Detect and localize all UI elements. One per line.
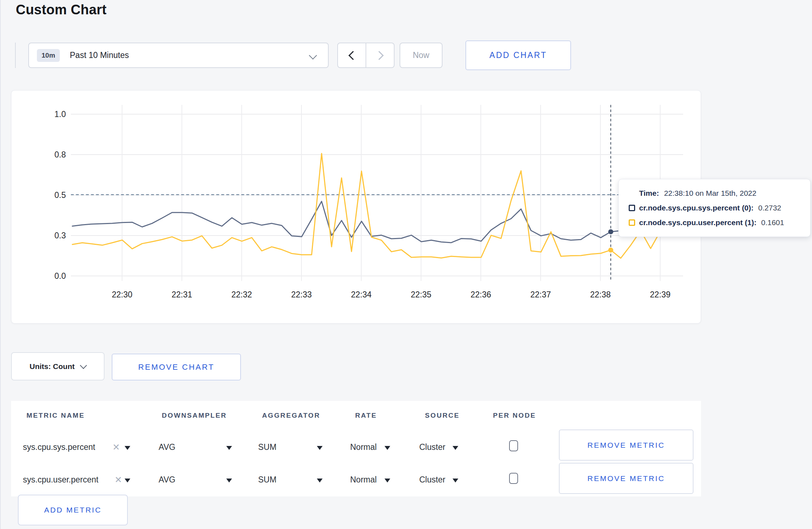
units-select[interactable]: Units: Count: [11, 352, 105, 380]
rate-select[interactable]: Normal: [350, 475, 377, 485]
tooltip-time-row: Time: 22:38:10 on Mar 15th, 2022: [629, 189, 810, 198]
aggregator-caret-icon[interactable]: [317, 479, 323, 482]
tooltip-sys-label: cr.node.sys.cpu.sys.percent (0):: [639, 204, 754, 212]
tooltip-series-row-sys: cr.node.sys.cpu.sys.percent (0): 0.2732: [629, 204, 810, 212]
units-select-label: Units: Count: [30, 362, 75, 371]
source-select[interactable]: Cluster: [419, 475, 445, 485]
svg-text:22:37: 22:37: [530, 290, 551, 299]
remove-metric-button[interactable]: REMOVE METRIC: [559, 463, 693, 494]
chart-tooltip: Time: 22:38:10 on Mar 15th, 2022 cr.node…: [618, 179, 811, 237]
metric-caret-icon[interactable]: [125, 479, 130, 482]
tooltip-user-value: 0.1601: [761, 218, 784, 227]
svg-text:22:34: 22:34: [351, 290, 372, 299]
time-range-badge: 10m: [37, 49, 60, 62]
header-aggregator: AGGREGATOR: [262, 412, 320, 419]
remove-chart-label: REMOVE CHART: [138, 363, 214, 372]
add-metric-button[interactable]: ADD METRIC: [18, 495, 128, 525]
per-node-checkbox[interactable]: [509, 473, 518, 484]
time-back-button[interactable]: [338, 43, 366, 67]
rate-caret-icon[interactable]: [385, 479, 390, 482]
header-source: SOURCE: [425, 412, 460, 419]
svg-text:22:35: 22:35: [411, 290, 431, 299]
per-node-checkbox[interactable]: [509, 440, 518, 451]
sys-series-swatch-icon: [629, 205, 635, 211]
downsampler-select[interactable]: AVG: [159, 442, 175, 452]
header-downsampler: DOWNSAMPLER: [162, 412, 227, 419]
now-button[interactable]: Now: [400, 43, 443, 68]
downsampler-caret-icon[interactable]: [226, 479, 232, 482]
toolbar-divider: [15, 43, 16, 68]
clear-metric-icon[interactable]: ✕: [112, 442, 120, 452]
chevron-right-icon: [374, 51, 383, 60]
aggregator-caret-icon[interactable]: [317, 446, 323, 450]
chart-card: 1.00.80.50.30.022:3022:3122:3222:3322:34…: [11, 90, 701, 324]
header-metric-name: METRIC NAME: [26, 412, 85, 419]
metric-name-select[interactable]: sys.cpu.user.percent: [23, 475, 98, 485]
header-rate: RATE: [355, 412, 377, 419]
now-button-label: Now: [413, 50, 429, 60]
clear-metric-icon[interactable]: ✕: [115, 475, 122, 485]
chevron-down-icon: [80, 362, 87, 369]
source-caret-icon[interactable]: [453, 446, 458, 450]
time-range-select[interactable]: 10m Past 10 Minutes: [28, 43, 329, 68]
tooltip-series-row-user: cr.node.sys.cpu.user.percent (1): 0.1601: [629, 218, 810, 227]
downsampler-select[interactable]: AVG: [159, 475, 175, 485]
svg-text:0.8: 0.8: [54, 150, 66, 159]
add-metric-label: ADD METRIC: [44, 506, 102, 514]
svg-text:22:38: 22:38: [590, 290, 611, 299]
chevron-down-icon: [309, 52, 317, 60]
svg-text:1.0: 1.0: [54, 110, 66, 119]
downsampler-caret-icon[interactable]: [226, 446, 232, 450]
svg-text:0.3: 0.3: [54, 231, 66, 240]
aggregator-select[interactable]: SUM: [258, 475, 276, 485]
metric-name-select[interactable]: sys.cpu.sys.percent: [23, 442, 95, 452]
svg-text:22:32: 22:32: [231, 290, 252, 299]
header-per-node: PER NODE: [493, 412, 536, 419]
source-caret-icon[interactable]: [453, 479, 458, 482]
tooltip-time-value: 22:38:10 on Mar 15th, 2022: [664, 189, 757, 198]
rate-caret-icon[interactable]: [385, 446, 390, 450]
source-select[interactable]: Cluster: [419, 442, 445, 452]
add-chart-label: ADD CHART: [489, 50, 547, 60]
remove-chart-button[interactable]: REMOVE CHART: [112, 354, 241, 380]
svg-text:22:36: 22:36: [470, 290, 491, 299]
time-range-label: Past 10 Minutes: [70, 50, 129, 60]
time-nav-group: [337, 43, 395, 68]
remove-metric-label: REMOVE METRIC: [588, 441, 665, 450]
svg-text:22:31: 22:31: [171, 290, 192, 299]
metric-caret-icon[interactable]: [125, 446, 130, 450]
user-series-swatch-icon: [629, 219, 635, 226]
remove-metric-button[interactable]: REMOVE METRIC: [559, 429, 693, 461]
tooltip-user-label: cr.node.sys.cpu.user.percent (1):: [639, 218, 757, 227]
svg-text:22:39: 22:39: [650, 290, 671, 299]
svg-text:0.5: 0.5: [54, 190, 66, 200]
chevron-left-icon: [348, 51, 357, 60]
page-title: Custom Chart: [16, 2, 107, 18]
line-chart[interactable]: 1.00.80.50.30.022:3022:3122:3222:3322:34…: [11, 91, 701, 323]
svg-text:22:30: 22:30: [112, 290, 132, 299]
tooltip-sys-value: 0.2732: [758, 204, 781, 212]
svg-text:22:33: 22:33: [291, 290, 312, 299]
add-chart-button[interactable]: ADD CHART: [465, 40, 571, 70]
remove-metric-label: REMOVE METRIC: [588, 474, 665, 483]
aggregator-select[interactable]: SUM: [258, 442, 276, 452]
tooltip-time-label: Time:: [639, 189, 659, 198]
rate-select[interactable]: Normal: [350, 442, 377, 452]
time-forward-button[interactable]: [366, 43, 394, 67]
svg-text:0.0: 0.0: [54, 271, 66, 281]
custom-chart-page: Custom Chart 10m Past 10 Minutes Now ADD…: [0, 0, 812, 529]
